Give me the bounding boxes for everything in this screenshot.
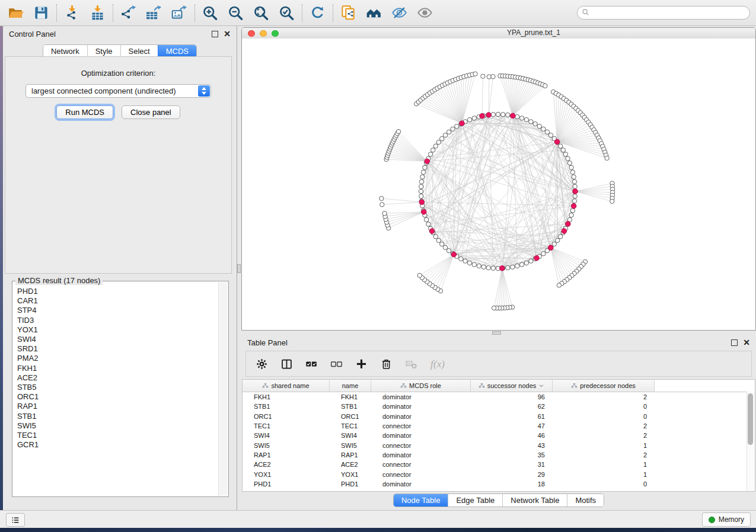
select-all-button[interactable] xyxy=(305,358,318,370)
network-node[interactable] xyxy=(492,306,496,310)
network-node[interactable] xyxy=(417,273,422,277)
network-node[interactable] xyxy=(570,170,575,174)
network-node[interactable] xyxy=(440,242,444,246)
mcds-result-item[interactable]: RAP1 xyxy=(17,402,218,411)
network-node[interactable] xyxy=(573,184,577,188)
network-node[interactable] xyxy=(443,245,447,249)
mcds-hub-node[interactable] xyxy=(534,255,540,261)
network-node[interactable] xyxy=(515,264,519,268)
network-node[interactable] xyxy=(541,127,546,131)
table-scrollbar[interactable] xyxy=(747,392,755,491)
network-node[interactable] xyxy=(472,116,476,120)
tab-mcds[interactable]: MCDS xyxy=(158,45,196,57)
refresh-layout-button[interactable] xyxy=(309,4,326,21)
mcds-result-list[interactable]: PHD1CAR1STP4TID3YOX1SWI4SRD1PMA2FKH1ACE2… xyxy=(13,283,218,496)
network-node[interactable] xyxy=(455,124,459,129)
mcds-result-item[interactable]: FKH1 xyxy=(17,364,218,373)
column-header-successor-nodes[interactable]: successor nodes xyxy=(471,380,553,392)
network-node[interactable] xyxy=(501,113,505,117)
network-node[interactable] xyxy=(572,199,576,203)
table-row[interactable]: RAP1RAP1dominator352 xyxy=(243,450,755,460)
mcds-result-item[interactable]: ACE2 xyxy=(17,373,218,383)
zoom-selected-button[interactable] xyxy=(278,4,295,21)
open-file-button[interactable] xyxy=(7,4,24,21)
mcds-result-item[interactable]: STP4 xyxy=(17,306,218,315)
column-header-predecessor-nodes[interactable]: predecessor nodes xyxy=(553,380,655,392)
network-node[interactable] xyxy=(610,199,614,203)
table-row[interactable]: SWI5SWI5connector431 xyxy=(243,440,755,450)
network-node[interactable] xyxy=(548,133,553,137)
network-node[interactable] xyxy=(420,175,425,179)
network-node[interactable] xyxy=(556,238,560,242)
network-node[interactable] xyxy=(520,262,524,267)
network-node[interactable] xyxy=(419,189,423,193)
network-node[interactable] xyxy=(545,130,549,134)
table-settings-button[interactable] xyxy=(256,358,268,370)
network-node[interactable] xyxy=(569,165,573,169)
mcds-result-item[interactable]: CAR1 xyxy=(17,296,218,306)
mcds-result-item[interactable]: YOX1 xyxy=(17,325,218,335)
network-node[interactable] xyxy=(433,235,438,239)
optimization-criterion-select[interactable]: largest connected component (undirected) xyxy=(25,84,211,98)
network-node[interactable] xyxy=(552,242,556,246)
network-node[interactable] xyxy=(533,121,537,126)
network-node[interactable] xyxy=(433,144,438,148)
mcds-hub-node[interactable] xyxy=(511,113,516,118)
network-node[interactable] xyxy=(491,75,495,79)
network-node[interactable] xyxy=(529,259,533,263)
mcds-hub-node[interactable] xyxy=(571,204,576,209)
network-node[interactable] xyxy=(543,84,547,88)
mcds-hub-node[interactable] xyxy=(548,245,553,251)
network-node[interactable] xyxy=(541,252,546,256)
show-columns-button[interactable] xyxy=(280,358,293,370)
vertical-splitter-handle[interactable] xyxy=(237,264,241,273)
mcds-hub-node[interactable] xyxy=(486,113,492,118)
network-node[interactable] xyxy=(491,266,495,270)
network-node[interactable] xyxy=(563,152,567,156)
network-node[interactable] xyxy=(559,235,563,239)
mcds-hub-node[interactable] xyxy=(421,209,426,214)
network-node[interactable] xyxy=(431,148,435,152)
add-column-button[interactable] xyxy=(355,358,368,370)
export-image-button[interactable] xyxy=(171,4,188,21)
mcds-hub-node[interactable] xyxy=(566,222,571,227)
network-node[interactable] xyxy=(463,259,467,263)
network-node[interactable] xyxy=(451,127,455,131)
close-panel-button[interactable]: Close panel xyxy=(122,105,180,119)
mcds-result-item[interactable]: GCR1 xyxy=(17,440,218,450)
mcds-result-item[interactable]: STB5 xyxy=(17,383,218,392)
network-node[interactable] xyxy=(473,72,477,76)
network-node[interactable] xyxy=(515,114,519,118)
tab-motifs[interactable]: Motifs xyxy=(567,494,604,507)
table-row[interactable]: STB1STB1dominator620 xyxy=(243,402,755,411)
network-node[interactable] xyxy=(472,262,476,267)
mcds-hub-node[interactable] xyxy=(554,139,560,145)
network-node[interactable] xyxy=(561,148,565,152)
network-node[interactable] xyxy=(491,113,495,117)
mcds-result-item[interactable]: SRD1 xyxy=(17,344,218,354)
export-network-button[interactable] xyxy=(120,4,137,21)
tab-network[interactable]: Network xyxy=(43,45,87,57)
network-node[interactable] xyxy=(524,117,528,121)
zoom-fit-button[interactable] xyxy=(253,4,270,21)
import-table-button[interactable] xyxy=(89,4,106,21)
zoom-out-button[interactable] xyxy=(227,4,244,21)
import-network-button[interactable] xyxy=(63,4,81,21)
delete-column-button[interactable] xyxy=(380,358,393,370)
mcds-hub-node[interactable] xyxy=(429,229,435,234)
mcds-hub-node[interactable] xyxy=(573,189,578,194)
tab-node-table[interactable]: Node Table xyxy=(394,494,448,507)
network-window-titlebar[interactable]: YPA_prune.txt_1 xyxy=(242,28,755,39)
table-row[interactable]: PHD1PHD1dominator180 xyxy=(243,479,755,489)
close-panel-icon[interactable]: ✕ xyxy=(743,339,750,345)
network-node[interactable] xyxy=(436,140,441,144)
network-canvas[interactable] xyxy=(242,39,755,330)
mcds-result-item[interactable]: PHD1 xyxy=(17,287,218,296)
task-history-button[interactable] xyxy=(6,513,25,527)
mcds-hub-node[interactable] xyxy=(500,266,505,271)
network-node[interactable] xyxy=(440,136,444,140)
mcds-result-item[interactable]: TID3 xyxy=(17,316,218,325)
mcds-hub-node[interactable] xyxy=(480,114,485,119)
table-row[interactable]: SWI4SWI4dominator462 xyxy=(243,431,755,440)
network-node[interactable] xyxy=(529,120,533,124)
